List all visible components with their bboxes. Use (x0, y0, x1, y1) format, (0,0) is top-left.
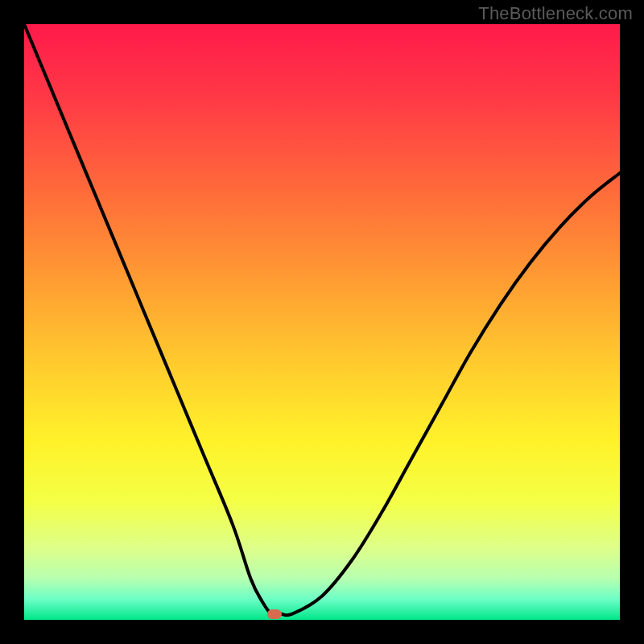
bottleneck-curve (24, 24, 620, 620)
chart-frame: TheBottleneck.com (0, 0, 644, 644)
plot-area (24, 24, 620, 620)
watermark-text: TheBottleneck.com (478, 3, 633, 24)
optimal-point-marker (267, 609, 282, 619)
